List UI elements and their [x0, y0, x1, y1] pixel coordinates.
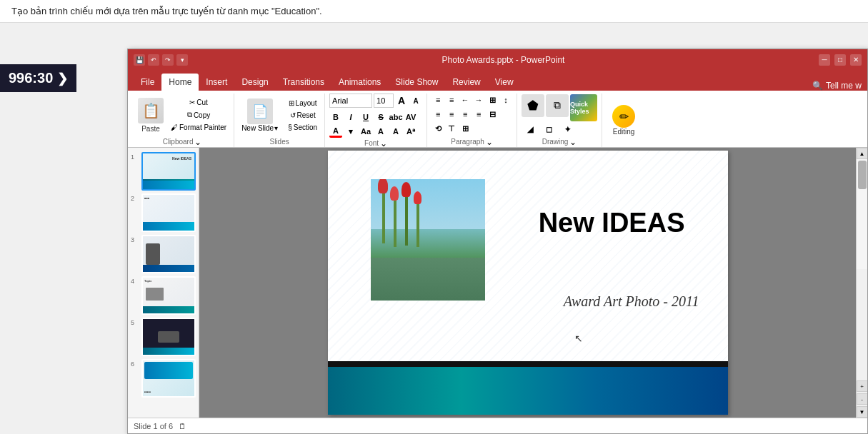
slide-image-2[interactable]: ■■■ [141, 193, 196, 232]
decrease-indent-button[interactable]: ← [459, 94, 472, 106]
section-button[interactable]: § Section [285, 122, 320, 133]
minimize-button[interactable]: ─ [819, 54, 830, 66]
italic-button[interactable]: I [344, 111, 357, 123]
scroll-fit-button[interactable]: + [857, 380, 868, 392]
paste-icon: 📋 [138, 98, 164, 123]
shape-outline-button[interactable]: ◻ [540, 123, 557, 136]
shape-effects-button[interactable]: ✦ [559, 123, 576, 136]
line-spacing-button[interactable]: ↕ [499, 94, 512, 106]
reset-icon: ↺ [290, 111, 296, 119]
slide-thumb-2[interactable]: 2 ■■■ [131, 193, 196, 232]
cut-label: Cut [196, 99, 208, 106]
font-name-input[interactable] [329, 94, 372, 108]
font-color-button[interactable]: A [329, 125, 342, 138]
redo-icon[interactable]: ↷ [162, 54, 174, 66]
slide-thumb-6[interactable]: 6 ■■■■■ [131, 359, 196, 398]
drawing-expand-icon[interactable]: ⌄ [569, 137, 577, 147]
clipboard-expand-icon[interactable]: ⌄ [194, 137, 201, 147]
quick-styles-button[interactable]: Quick Styles [570, 94, 597, 121]
slide-photo[interactable] [371, 179, 485, 301]
slide-thumb-3[interactable]: 3 [131, 235, 196, 273]
tab-slideshow[interactable]: Slide Show [388, 74, 445, 91]
close-button[interactable]: ✕ [850, 54, 862, 66]
shadow-button[interactable]: abc [389, 111, 402, 123]
char-spacing-button[interactable]: AV [404, 111, 417, 123]
text-effects-button[interactable]: A [389, 125, 402, 138]
justify-button[interactable]: ≡ [472, 108, 485, 121]
slide-canvas[interactable]: New IDEAS Award Art Photo - 2011 ↖ [328, 151, 728, 415]
shapes-button[interactable]: ⬟ [522, 94, 544, 117]
align-center-button[interactable]: ≡ [445, 108, 458, 121]
convert-smartart-button[interactable]: ⊞ [459, 122, 472, 135]
clear-format-button[interactable]: A [374, 125, 387, 138]
slide-thumb-5[interactable]: 5 [131, 318, 196, 356]
highlight-button[interactable]: Aa [359, 125, 372, 138]
restore-button[interactable]: □ [834, 54, 846, 66]
arrange-button[interactable]: ⧉ [546, 94, 569, 117]
notes-icon[interactable]: 🗒 [179, 422, 186, 430]
scroll-zoom-button[interactable]: - [857, 393, 868, 405]
text-direction-button[interactable]: ⟲ [431, 122, 444, 135]
increase-font-size-button[interactable]: A [395, 94, 408, 107]
numbering-button[interactable]: ≡ [445, 94, 458, 106]
paragraph-expand-icon[interactable]: ⌄ [486, 137, 493, 147]
slide-image-1[interactable]: New IDEAS [141, 152, 196, 191]
decrease-font-size-button[interactable]: A [409, 94, 422, 107]
paste-button[interactable]: 📋 Paste [135, 96, 166, 134]
tell-me-text[interactable]: Tell me w [826, 81, 862, 91]
columns-button[interactable]: ⊞ [486, 94, 499, 106]
save-icon[interactable]: 💾 [134, 54, 145, 66]
slide-image-6[interactable]: ■■■■■ [141, 359, 196, 398]
bold-button[interactable]: B [329, 111, 342, 123]
cut-button[interactable]: ✂ Cut [168, 97, 229, 108]
slide-thumb-1[interactable]: 1 New IDEAS [131, 152, 196, 191]
tab-insert[interactable]: Insert [199, 74, 234, 91]
slide-subtitle[interactable]: Award Art Photo - 2011 [564, 293, 699, 310]
underline-button[interactable]: U [359, 111, 372, 123]
slide-title[interactable]: New IDEAS [539, 208, 685, 238]
tab-file[interactable]: File [134, 74, 161, 91]
scroll-up-button[interactable]: ▲ [857, 148, 868, 159]
slide-thumb-4[interactable]: 4 Topic [131, 276, 196, 315]
smart-art-button[interactable]: ⊟ [486, 108, 499, 121]
editing-button[interactable]: ✏ Editing [607, 102, 641, 138]
format-painter-button[interactable]: 🖌 Format Painter [168, 122, 229, 133]
customize-qat-icon[interactable]: ▾ [176, 54, 188, 66]
font-expand-icon[interactable]: ⌄ [380, 138, 387, 148]
reset-button[interactable]: ↺ Reset [285, 110, 320, 121]
font-size-input[interactable] [374, 94, 394, 108]
font-color-dropdown[interactable]: ▾ [344, 125, 357, 138]
cut-icon: ✂ [189, 99, 195, 106]
align-left-button[interactable]: ≡ [431, 108, 444, 121]
tab-animations[interactable]: Animations [331, 74, 388, 91]
slide-image-5[interactable] [141, 318, 196, 356]
slide-image-3[interactable] [141, 235, 196, 273]
tell-me-icon: 🔍 [812, 81, 823, 91]
layout-button[interactable]: ⊞ Layout [285, 98, 320, 108]
tab-home[interactable]: Home [161, 74, 199, 91]
undo-icon[interactable]: ↶ [148, 54, 159, 66]
slide-num-1: 1 [131, 152, 139, 161]
tab-review[interactable]: Review [445, 74, 487, 91]
tab-view[interactable]: View [488, 74, 521, 91]
tab-transitions[interactable]: Transitions [276, 74, 331, 91]
scroll-down-button[interactable]: ▼ [857, 406, 868, 418]
strikethrough-button[interactable]: S [374, 111, 387, 123]
slide-image-4[interactable]: Topic [141, 276, 196, 315]
window-controls: ─ □ ✕ [819, 54, 862, 66]
align-right-button[interactable]: ≡ [459, 108, 472, 121]
increase-indent-button[interactable]: → [472, 94, 485, 106]
timer-chevron: ❯ [57, 71, 68, 86]
timer-badge: 996:30 ❯ [0, 64, 76, 92]
shape-fill-button[interactable]: ◢ [522, 123, 539, 136]
vertical-scrollbar[interactable]: ▲ + - ▼ [856, 148, 867, 418]
copy-button[interactable]: ⧉ Copy [168, 109, 229, 121]
scroll-thumb[interactable] [858, 161, 867, 189]
align-text-button[interactable]: ⊤ [445, 122, 458, 135]
new-slide-button[interactable]: 📄 New Slide ▾ [239, 97, 281, 133]
bullets-button[interactable]: ≡ [431, 94, 444, 106]
ribbon-group-font: A A B I U S abc AV A ▾ Aa A A Aᵃ [325, 94, 427, 147]
change-case-button[interactable]: Aᵃ [404, 125, 417, 138]
tab-design[interactable]: Design [234, 74, 275, 91]
tell-me-area: 🔍 Tell me w [812, 81, 862, 91]
